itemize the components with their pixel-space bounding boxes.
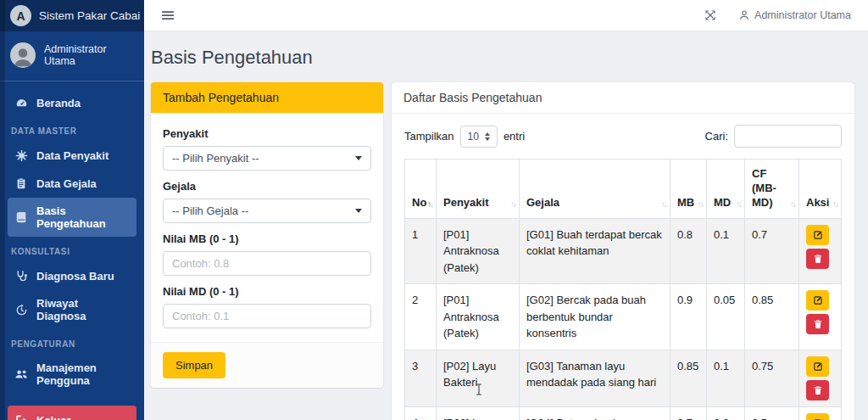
sidebar-item-riwayat-diagnosa[interactable]: Riwayat Diagnosa [8,290,136,329]
sidebar-section-konsultasi: KONSULTASI [8,238,136,261]
length-label-after: entri [504,130,525,143]
cell-mb: 0.85 [670,350,707,406]
gauge-icon [14,96,28,109]
topbar-user-name: Administrator Utama [754,9,851,21]
penyakit-label: Penyakit [163,127,371,140]
md-input[interactable] [163,304,371,328]
sidebar-user-name: Administrator Utama [44,43,134,67]
penyakit-select[interactable]: -- Pilih Penyakit -- [163,146,371,171]
sort-icon[interactable]: ↑↓ [510,199,515,210]
cell-cf: 0.5 [745,406,799,420]
sidebar-item-basis-pengetahuan[interactable]: Basis Pengetahuan [8,198,136,237]
sidebar-nav: Beranda DATA MASTER Data Penyakit Data G… [0,81,144,420]
sidebar-item-data-penyakit[interactable]: Data Penyakit [8,142,136,169]
cell-no: 3 [405,350,437,406]
cell-no: 1 [405,218,437,284]
length-label-before: Tampilkan [404,130,454,143]
pencil-square-icon [813,295,823,305]
topbar-right: Administrator Utama [704,9,851,21]
chevron-down-icon [355,209,362,213]
sidebar-item-data-gejala[interactable]: Data Gejala [8,170,136,197]
sidebar-item-label: Diagnosa Baru [36,270,114,283]
sidebar-item-label: Data Penyakit [36,149,108,162]
person-icon [738,9,750,21]
table-row: 2 [P01] Antraknosa (Patek) [G02] Bercak … [405,284,842,350]
sidebar-item-diagnosa-baru[interactable]: Diagnosa Baru [8,262,136,289]
sort-icon[interactable]: ↑↓ [736,199,741,210]
search-label: Cari: [705,130,728,143]
cell-md: 0.2 [707,406,745,420]
cell-cf: 0.7 [745,218,799,284]
page-length-value: 10 [468,131,479,143]
column-header-mb[interactable]: MB↑↓ [670,160,707,219]
penyakit-select-value: -- Pilih Penyakit -- [172,152,259,165]
sidebar-item-keluar[interactable]: Keluar [8,406,136,420]
sidebar-item-label: Data Gejala [36,177,97,190]
pencil-square-icon [813,361,823,372]
save-button[interactable]: Simpan [163,352,225,378]
column-header-aksi[interactable]: Aksi↑↓ [799,160,842,219]
mb-label: Nilai MB (0 - 1) [163,232,371,245]
table-row: 3 [P02] Layu Bakteri [G03] Tanaman layu … [405,350,842,406]
knowledge-table: No↑↓ Penyakit↑↓ Gejala↑↓ MB↑↓ MD↑↓ CF (M… [404,159,842,420]
user-avatar [10,42,36,68]
cell-aksi [799,284,842,350]
column-header-md[interactable]: MD↑↓ [707,160,745,219]
gejala-select[interactable]: -- Pilih Gejala -- [163,199,371,223]
table-header-row: No↑↓ Penyakit↑↓ Gejala↑↓ MB↑↓ MD↑↓ CF (M… [405,160,842,219]
sort-icon[interactable]: ↑↓ [661,199,666,210]
sort-icon[interactable]: ↑↓ [698,199,703,210]
history-icon [14,303,28,316]
page-length-control: Tampilkan 10 entri [404,126,525,148]
cell-aksi [799,218,842,284]
up-down-arrows-icon [485,132,490,141]
hamburger-icon[interactable] [161,8,175,22]
expand-arrows-icon[interactable] [704,9,716,21]
search-input[interactable] [734,125,842,148]
mb-input[interactable] [163,251,371,276]
sort-icon[interactable]: ↑↓ [790,199,795,210]
brand[interactable]: A Sistem Pakar Cabai [0,0,144,31]
edit-button[interactable] [806,356,829,377]
sort-icon[interactable]: ↑↓ [427,199,432,210]
column-header-cf[interactable]: CF (MB-MD)↑↓ [745,160,799,219]
app-logo-icon: A [10,5,31,26]
search-control: Cari: [705,125,842,148]
sidebar-item-label: Beranda [36,97,81,109]
trash-icon [813,319,823,329]
cell-mb: 0.7 [670,406,707,420]
edit-button[interactable] [806,225,829,245]
table-card-title: Daftar Basis Pengetahuan [392,82,854,114]
page-title: Basis Pengetahuan [151,47,854,69]
column-header-no[interactable]: No↑↓ [405,160,437,219]
delete-button[interactable] [806,249,829,269]
table-row: 1 [P01] Antraknosa (Patek) [G01] Buah te… [405,218,842,284]
column-header-gejala[interactable]: Gejala↑↓ [520,160,670,219]
add-knowledge-card: Tambah Pengetahuan Penyakit -- Pilih Pen… [151,82,383,388]
delete-button[interactable] [806,380,829,400]
delete-button[interactable] [806,314,829,334]
stethoscope-icon [14,269,28,283]
sidebar-item-beranda[interactable]: Beranda [8,89,136,116]
cell-gejala: [G04] Batang bagian bawah membusuk cokla… [520,406,670,420]
md-label: Nilai MD (0 - 1) [163,285,371,298]
gejala-label: Gejala [163,180,371,193]
sidebar-item-label: Keluar [36,414,70,420]
sort-icon[interactable]: ↑↓ [832,199,837,210]
cell-md: 0.05 [707,284,745,350]
sidebar-section-data-master: DATA MASTER [8,117,136,141]
chevron-down-icon [355,156,362,160]
sidebar-item-manajemen-pengguna[interactable]: Manajemen Pengguna [8,355,136,394]
clipboard-icon [14,176,28,190]
cell-no: 2 [405,284,437,350]
edit-button[interactable] [806,413,829,420]
cell-aksi [799,350,842,406]
page-length-select[interactable]: 10 [460,126,498,148]
column-header-penyakit[interactable]: Penyakit↑↓ [437,160,520,219]
cell-no: 4 [405,406,437,420]
cell-md: 0.1 [707,350,745,406]
cell-gejala: [G01] Buah terdapat bercak coklat kehita… [520,218,670,284]
topbar-user[interactable]: Administrator Utama [738,9,851,21]
edit-button[interactable] [806,290,829,311]
topbar: Administrator Utama [144,0,868,31]
